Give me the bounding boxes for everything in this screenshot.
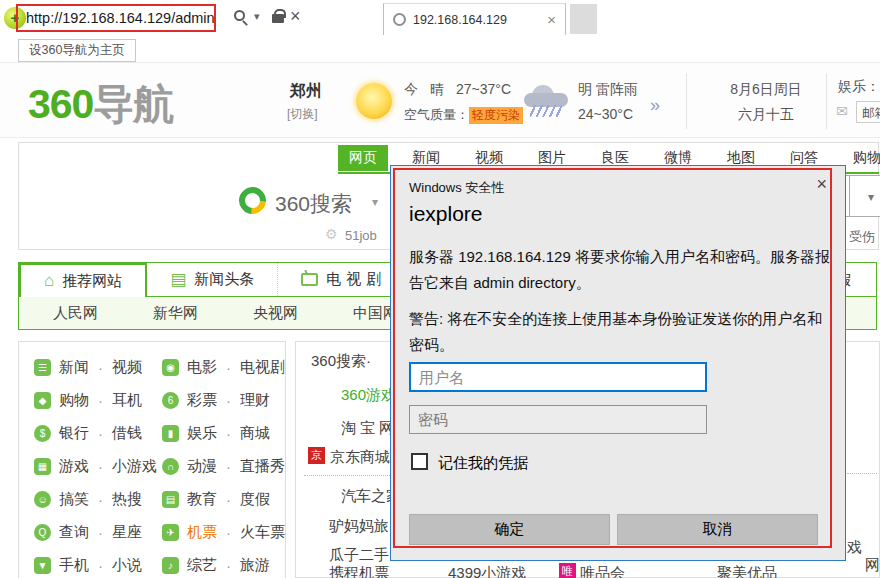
site-header: 360导航 郑州 [切换] 今晴27~37°C 空气质量：轻度污染 明 雷阵雨 … <box>0 63 880 138</box>
partial-link-text: 网 <box>865 556 880 575</box>
more-weather-icon[interactable]: » <box>650 95 660 116</box>
sidebar-item-variety[interactable]: ♪综艺·旅游 <box>147 549 285 578</box>
engine-caret-icon[interactable]: ▾ <box>372 195 378 209</box>
sun-weather-icon <box>356 83 392 119</box>
tab-close-icon[interactable]: × <box>547 11 556 28</box>
headphones-icon: ∩ <box>162 458 179 475</box>
link-xinhuawang[interactable]: 新华网 <box>153 304 198 323</box>
shopping-bag-icon: ◆ <box>34 392 51 409</box>
windows-security-dialog: Windows 安全性 × iexplore 服务器 192.168.164.1… <box>390 165 846 561</box>
sidebar-item-lottery[interactable]: 6彩票·理财 <box>147 384 285 417</box>
ok-button[interactable]: 确定 <box>409 514 610 545</box>
360-search-logo-icon <box>233 181 271 219</box>
logo-daohang: 导航 <box>93 81 173 127</box>
gear-icon[interactable]: ⚙ <box>325 226 338 242</box>
dialog-close-icon[interactable]: × <box>816 174 827 195</box>
news-video-icon: ☰ <box>34 359 51 376</box>
chevron-down-icon[interactable]: ▾ <box>254 10 260 23</box>
hot-search-word[interactable]: 51job <box>345 228 377 243</box>
home-icon: ⌂ <box>44 271 54 291</box>
category-sidebar: ☰新闻·视频 ◉电影·电视剧 ◆购物·耳机 6彩票·理财 $银行·借钱 ▮娱乐·… <box>18 341 286 578</box>
link-360search[interactable]: 360搜索· <box>311 352 371 371</box>
date-lunar: 六月十五 <box>712 106 820 124</box>
sidebar-item-anime[interactable]: ∩动漫·直播秀 <box>147 450 285 483</box>
link-vipshop[interactable]: 唯品会 <box>580 564 625 578</box>
sidebar-item-entertainment[interactable]: ▮娱乐·商城 <box>147 417 285 450</box>
loading-spinner-icon <box>393 13 406 26</box>
search-icon[interactable] <box>234 10 245 21</box>
browser-tab[interactable]: 192.168.164.129 × <box>383 3 566 35</box>
hot-search-word[interactable]: 受伤 <box>849 228 875 246</box>
new-tab-button[interactable] <box>570 4 597 34</box>
tab-shopping[interactable]: 购物 <box>842 145 880 171</box>
site-favicon-icon <box>4 7 26 29</box>
divider <box>686 73 687 129</box>
sidebar-item-lookup[interactable]: Q查询·星座 <box>19 516 147 549</box>
remember-credentials-label: 记住我的凭据 <box>438 454 528 473</box>
cards-icon: ▤ <box>162 491 179 508</box>
remember-credentials-checkbox[interactable] <box>411 453 428 470</box>
smiley-icon: ☺ <box>34 491 51 508</box>
plane-ticket-icon: ✈ <box>162 524 179 541</box>
tab-recommended-sites[interactable]: ⌂推荐网站 <box>19 263 147 297</box>
search-engine-name[interactable]: 360搜索 <box>275 190 352 218</box>
magnifier-icon: Q <box>34 524 51 541</box>
link-jd[interactable]: 京东商城 <box>330 448 390 467</box>
cancel-button[interactable]: 取消 <box>617 514 818 545</box>
mail-link[interactable]: 邮箱 <box>856 101 880 123</box>
link-ctrip[interactable]: 携程机票 <box>329 564 389 578</box>
entertainment-icon: ▮ <box>162 425 179 442</box>
sidebar-item-shopping[interactable]: ◆购物·耳机 <box>19 384 147 417</box>
lottery-icon: 6 <box>162 392 179 409</box>
entertainment-headline[interactable]: 娱乐：刘 <box>838 78 880 96</box>
air-quality: 空气质量：轻度污染 <box>404 106 523 124</box>
sidebar-item-tickets[interactable]: ✈机票·火车票 <box>147 516 285 549</box>
sidebar-item-games[interactable]: ▦游戏·小游戏 <box>19 450 147 483</box>
tab-news-headlines[interactable]: ▤新闻头条 <box>147 263 278 296</box>
rain-weather-icon <box>524 83 570 117</box>
sidebar-item-bank[interactable]: $银行·借钱 <box>19 417 147 450</box>
link-guazi[interactable]: 瓜子二手 <box>329 546 389 565</box>
address-bar-icons: ▾ × <box>234 8 304 28</box>
jd-badge: 京 <box>308 447 325 464</box>
link-yangshiwang[interactable]: 央视网 <box>253 304 298 323</box>
username-field[interactable] <box>409 362 707 392</box>
stop-icon[interactable]: × <box>290 6 301 27</box>
sidebar-item-mobile[interactable]: ▼手机·小说 <box>19 549 147 578</box>
link-4399[interactable]: 4399小游戏 <box>448 564 526 578</box>
link-lvmama[interactable]: 驴妈妈旅 <box>329 517 389 536</box>
site-logo[interactable]: 360导航 <box>28 77 173 132</box>
mail-icon: ✉ <box>836 103 848 119</box>
sidebar-item-movie-tv[interactable]: ◉电影·电视剧 <box>147 351 285 384</box>
logo-360: 360 <box>28 81 93 127</box>
weather-tomorrow-temp: 24~30°C <box>578 106 633 122</box>
link-renminwang[interactable]: 人民网 <box>53 304 98 323</box>
lock-icon <box>272 14 284 23</box>
sidebar-item-funny[interactable]: ☺搞笑·热搜 <box>19 483 147 516</box>
tab-webpage[interactable]: 网页 <box>338 145 388 171</box>
link-jumei[interactable]: 聚美优品 <box>717 564 777 578</box>
microphone-icon: ♪ <box>162 557 179 574</box>
air-quality-badge[interactable]: 轻度污染 <box>469 107 523 124</box>
movie-icon: ◉ <box>162 359 179 376</box>
sidebar-item-news-video[interactable]: ☰新闻·视频 <box>19 351 147 384</box>
search-select-dropdown[interactable]: ▾ <box>849 175 880 217</box>
password-field[interactable] <box>409 405 707 434</box>
tab-title: 192.168.164.129 <box>413 13 540 27</box>
set-homepage-button[interactable]: 设360导航为主页 <box>18 39 136 62</box>
favorites-bar: 设360导航为主页 <box>0 36 880 63</box>
sidebar-item-education[interactable]: ▤教育·度假 <box>147 483 285 516</box>
divider <box>847 473 877 474</box>
address-url[interactable]: http://192.168.164.129/admin <box>26 10 215 26</box>
dialog-title: Windows 安全性 <box>409 179 504 197</box>
link-360game[interactable]: 360游戏 <box>341 386 396 405</box>
city-switch-link[interactable]: [切换] <box>287 106 318 123</box>
gamepad-icon: ▦ <box>34 458 51 475</box>
dialog-warning: 警告: 将在不安全的连接上使用基本身份验证发送你的用户名和密码。 <box>409 306 833 358</box>
city-name[interactable]: 郑州 <box>290 81 322 102</box>
divider <box>304 475 392 476</box>
cart-icon: ▼ <box>34 557 51 574</box>
weather-tomorrow: 明 雷阵雨 <box>578 81 638 99</box>
divider <box>826 73 827 129</box>
browser-chrome: http://192.168.164.129/admin ▾ × 192.168… <box>0 0 880 36</box>
